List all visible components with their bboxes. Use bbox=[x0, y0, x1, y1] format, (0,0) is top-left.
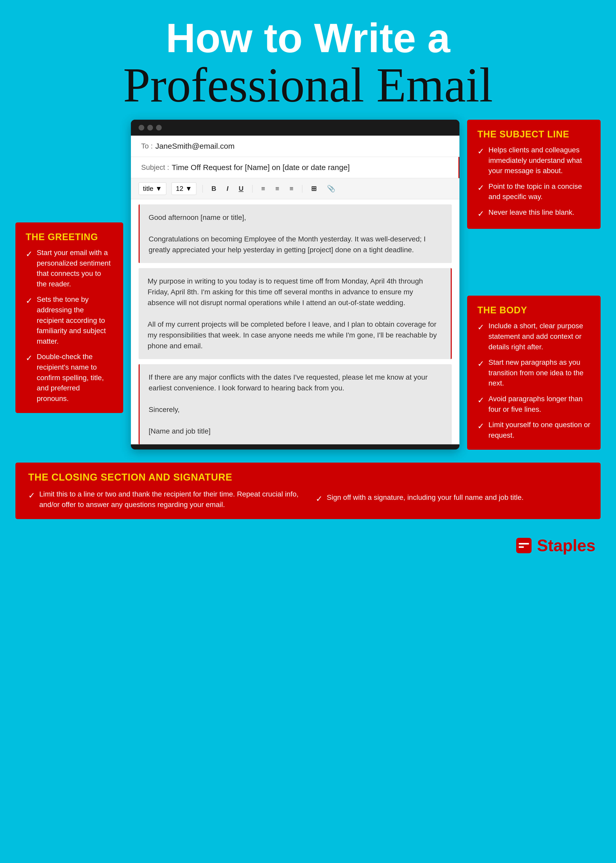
subject-item-3: ✓ Never leave this line blank. bbox=[478, 207, 590, 220]
greeting-item-1: ✓ Start your email with a personalized s… bbox=[26, 247, 113, 289]
closing-section-box: THE CLOSING SECTION AND SIGNATURE ✓ Limi… bbox=[16, 463, 600, 519]
greeting-item-3: ✓ Double-check the recipient's name to c… bbox=[26, 352, 113, 404]
email-to-field: To : JaneSmith@email.com bbox=[131, 135, 459, 157]
subject-item-text-3: Never leave this line blank. bbox=[489, 207, 574, 218]
right-column: THE SUBJECT LINE ✓ Helps clients and col… bbox=[467, 120, 600, 457]
email-subject-field: Subject : Time Off Request for [Name] on… bbox=[131, 157, 459, 178]
subject-item-1: ✓ Helps clients and colleagues immediate… bbox=[478, 145, 590, 176]
font-dropdown-icon: ▼ bbox=[155, 185, 162, 193]
dot-3 bbox=[156, 125, 162, 131]
closing-col-2: ✓ Sign off with a signature, including y… bbox=[316, 472, 588, 510]
body-box: THE BODY ✓ Include a short, clear purpos… bbox=[467, 296, 600, 450]
closing-col-title: THE CLOSING SECTION AND SIGNATURE ✓ Limi… bbox=[28, 472, 300, 510]
closing-item-text-1: Limit this to a line or two and thank th… bbox=[39, 489, 300, 510]
italic-button[interactable]: I bbox=[224, 184, 231, 194]
body-check-1: ✓ bbox=[478, 321, 484, 333]
dot-1 bbox=[138, 125, 144, 131]
size-dropdown-icon: ▼ bbox=[185, 185, 192, 193]
closing-item-2: ✓ Sign off with a signature, including y… bbox=[316, 492, 588, 505]
svg-rect-1 bbox=[519, 543, 529, 545]
bold-button[interactable]: B bbox=[209, 184, 219, 194]
email-compose-area: Good afternoon [name or title], Congratu… bbox=[131, 205, 459, 444]
closing-item-1: ✓ Limit this to a line or two and thank … bbox=[28, 489, 300, 510]
body-check-4: ✓ bbox=[478, 420, 484, 432]
size-label: 12 bbox=[176, 185, 183, 193]
header-title-line1: How to Write a bbox=[26, 16, 590, 61]
greeting-item-text-2: Sets the tone by addressing the recipien… bbox=[37, 294, 113, 346]
subject-item-text-1: Helps clients and colleagues immediately… bbox=[489, 145, 590, 176]
align-left-button[interactable]: ≡ bbox=[259, 184, 268, 194]
dot-2 bbox=[147, 125, 153, 131]
subject-label: Subject : bbox=[141, 163, 169, 172]
toolbar-divider-3 bbox=[302, 185, 302, 193]
image-button[interactable]: ⊞ bbox=[308, 184, 319, 194]
underline-button[interactable]: U bbox=[236, 184, 246, 194]
check-icon-3: ✓ bbox=[26, 352, 33, 364]
svg-rect-2 bbox=[519, 546, 524, 548]
closing-box-title: THE CLOSING SECTION AND SIGNATURE bbox=[28, 472, 300, 483]
greeting-box: THE GREETING ✓ Start your email with a p… bbox=[16, 222, 123, 413]
subject-box-title: THE SUBJECT LINE bbox=[478, 129, 590, 140]
subject-value: Time Off Request for [Name] on [date or … bbox=[172, 163, 350, 172]
body-item-text-1: Include a short, clear purpose statement… bbox=[489, 321, 590, 352]
body-item-1: ✓ Include a short, clear purpose stateme… bbox=[478, 321, 590, 352]
closing-item-text-2: Sign off with a signature, including you… bbox=[327, 492, 523, 503]
body-check-2: ✓ bbox=[478, 358, 484, 370]
size-selector[interactable]: 12 ▼ bbox=[171, 183, 196, 195]
staples-logo: Staples bbox=[515, 536, 596, 555]
body-item-4: ✓ Limit yourself to one question or requ… bbox=[478, 420, 590, 441]
email-closing-section: If there are any major conflicts with th… bbox=[138, 364, 452, 444]
greeting-item-2: ✓ Sets the tone by addressing the recipi… bbox=[26, 294, 113, 346]
subject-item-text-2: Point to the topic in a concise and spec… bbox=[489, 181, 590, 202]
toolbar-divider-1 bbox=[203, 185, 203, 193]
staples-logo-icon bbox=[515, 537, 533, 554]
email-body: To : JaneSmith@email.com Subject : Time … bbox=[131, 135, 459, 444]
left-column: THE GREETING ✓ Start your email with a p… bbox=[16, 120, 123, 421]
greeting-text: Good afternoon [name or title], Congratu… bbox=[149, 212, 443, 255]
email-greeting-section: Good afternoon [name or title], Congratu… bbox=[138, 205, 452, 263]
align-right-button[interactable]: ≡ bbox=[287, 184, 296, 194]
email-wrapper: To : JaneSmith@email.com Subject : Time … bbox=[131, 120, 459, 449]
body-item-2: ✓ Start new paragraphs as you transition… bbox=[478, 357, 590, 389]
closing-check-1: ✓ bbox=[28, 490, 35, 501]
font-label: title bbox=[143, 185, 153, 193]
svg-rect-0 bbox=[516, 538, 531, 553]
greeting-item-text-1: Start your email with a personalized sen… bbox=[37, 247, 113, 289]
main-content: THE GREETING ✓ Start your email with a p… bbox=[0, 120, 616, 457]
check-icon-2: ✓ bbox=[26, 295, 33, 307]
subject-item-2: ✓ Point to the topic in a concise and sp… bbox=[478, 181, 590, 202]
closing-text: If there are any major conflicts with th… bbox=[149, 372, 443, 437]
body-text: My purpose in writing to you today is to… bbox=[148, 276, 442, 351]
header-title-line2: Professional Email bbox=[26, 61, 590, 109]
greeting-box-title: THE GREETING bbox=[26, 231, 113, 243]
closing-check-2: ✓ bbox=[316, 493, 323, 505]
bottom-area: THE CLOSING SECTION AND SIGNATURE ✓ Limi… bbox=[0, 463, 616, 570]
to-value: JaneSmith@email.com bbox=[155, 142, 234, 151]
body-item-text-2: Start new paragraphs as you transition f… bbox=[489, 357, 590, 389]
body-item-text-4: Limit yourself to one question or reques… bbox=[489, 420, 590, 441]
body-check-3: ✓ bbox=[478, 394, 484, 406]
to-label: To : bbox=[141, 142, 153, 150]
email-toolbar: title ▼ 12 ▼ B I U ≡ ≡ bbox=[131, 178, 459, 199]
subject-line-box: THE SUBJECT LINE ✓ Helps clients and col… bbox=[467, 120, 600, 229]
email-body-section: My purpose in writing to you today is to… bbox=[138, 268, 452, 359]
staples-label: Staples bbox=[537, 536, 596, 555]
greeting-item-text-3: Double-check the recipient's name to con… bbox=[37, 352, 113, 404]
email-mockup: To : JaneSmith@email.com Subject : Time … bbox=[131, 120, 459, 449]
check-icon-1: ✓ bbox=[26, 248, 33, 260]
attach-button[interactable]: 📎 bbox=[324, 184, 338, 194]
page-header: How to Write a Professional Email bbox=[0, 0, 616, 120]
align-center-button[interactable]: ≡ bbox=[273, 184, 282, 194]
body-item-3: ✓ Avoid paragraphs longer than four or f… bbox=[478, 394, 590, 414]
center-column: To : JaneSmith@email.com Subject : Time … bbox=[123, 120, 467, 449]
subject-check-1: ✓ bbox=[478, 145, 484, 157]
toolbar-divider-2 bbox=[252, 185, 253, 193]
body-item-text-3: Avoid paragraphs longer than four or fiv… bbox=[489, 394, 590, 414]
email-titlebar bbox=[131, 120, 459, 135]
font-selector[interactable]: title ▼ bbox=[138, 183, 166, 195]
subject-check-3: ✓ bbox=[478, 208, 484, 220]
subject-check-2: ✓ bbox=[478, 182, 484, 194]
body-box-title: THE BODY bbox=[478, 305, 590, 316]
